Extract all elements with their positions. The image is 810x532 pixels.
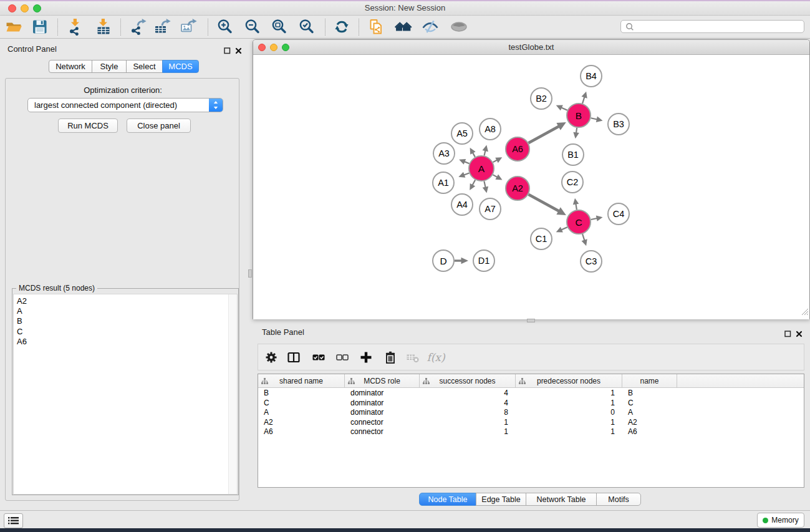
scrollbar-track[interactable] xyxy=(228,294,237,494)
table-cell[interactable]: 1 xyxy=(516,427,622,437)
zoom-selected-icon[interactable] xyxy=(294,16,319,37)
import-network-icon[interactable] xyxy=(63,16,88,37)
table-cell[interactable]: B xyxy=(622,389,677,399)
run-mcds-button[interactable]: Run MCDS xyxy=(58,118,118,133)
save-session-icon[interactable] xyxy=(27,16,52,37)
control-panel-float-icon[interactable] xyxy=(224,46,231,57)
table-cell[interactable]: A6 xyxy=(622,427,677,437)
table-cell[interactable]: A6 xyxy=(258,427,345,437)
show-all-icon[interactable] xyxy=(446,16,471,37)
delete-columns-icon[interactable] xyxy=(379,344,402,370)
select-all-columns-icon[interactable] xyxy=(307,344,330,370)
table-cell[interactable]: C xyxy=(622,399,677,409)
unselect-all-columns-icon[interactable] xyxy=(331,344,354,370)
close-panel-button[interactable]: Close panel xyxy=(127,118,191,133)
refresh-icon[interactable] xyxy=(329,16,354,37)
table-cell[interactable]: 1 xyxy=(516,399,622,409)
gear-icon[interactable] xyxy=(260,344,282,370)
table-cell[interactable]: A xyxy=(622,408,677,418)
table-cell[interactable]: B xyxy=(258,389,345,399)
zoom-window-button[interactable] xyxy=(33,4,41,12)
hide-unselected-icon[interactable] xyxy=(418,16,443,37)
mcds-result-item[interactable]: C xyxy=(17,327,27,337)
column-header-name[interactable]: name xyxy=(622,374,677,388)
zoom-fit-icon[interactable] xyxy=(267,16,292,37)
export-table-icon[interactable] xyxy=(150,16,175,37)
tab-node-table[interactable]: Node Table xyxy=(419,493,476,506)
v-scroll-thumb[interactable] xyxy=(248,269,252,278)
table-cell[interactable]: 1 xyxy=(420,418,516,428)
mcds-result-list[interactable]: A2ABCA6 xyxy=(13,294,238,495)
table-cell[interactable]: connector xyxy=(345,418,420,428)
export-image-icon[interactable] xyxy=(176,16,201,37)
zoom-out-icon[interactable] xyxy=(240,16,265,37)
criterion-dropdown[interactable]: largest connected component (directed) xyxy=(27,98,223,112)
open-session-icon[interactable] xyxy=(1,16,26,37)
tab-motifs[interactable]: Motifs xyxy=(596,493,641,506)
column-header-successor-nodes[interactable]: successor nodes xyxy=(420,374,516,388)
app-titlebar[interactable]: Session: New Session xyxy=(0,1,810,16)
duplicate-network-icon[interactable] xyxy=(364,16,389,37)
table-cell[interactable]: dominator xyxy=(345,389,420,399)
split-columns-icon[interactable] xyxy=(282,344,305,370)
network-window-titlebar[interactable]: testGlobe.txt xyxy=(253,40,809,55)
table-cell[interactable]: 1 xyxy=(516,389,622,399)
tab-style[interactable]: Style xyxy=(92,60,127,73)
minimize-window-button[interactable] xyxy=(21,4,29,12)
tab-network-table[interactable]: Network Table xyxy=(526,493,597,506)
network-canvas[interactable]: B4B2BB3A8A5A6A3B1AA1C2A2A4A7C4CC1C3DD1 xyxy=(253,56,809,319)
table-row[interactable]: A6connector11A6 xyxy=(258,427,804,437)
network-minimize-button[interactable] xyxy=(270,44,277,51)
table-cell[interactable]: 1 xyxy=(516,418,622,428)
resize-grip-icon[interactable] xyxy=(801,307,809,318)
import-table-icon[interactable] xyxy=(91,16,116,37)
home-icon[interactable] xyxy=(391,16,416,37)
table-cell[interactable]: 0 xyxy=(516,408,622,418)
mcds-result-item[interactable]: A xyxy=(17,306,27,316)
tab-network[interactable]: Network xyxy=(49,60,92,73)
table-cell[interactable]: 8 xyxy=(420,408,516,418)
export-network-icon[interactable] xyxy=(126,16,151,37)
column-header-MCDS-role[interactable]: MCDS role xyxy=(345,374,420,388)
add-column-icon[interactable] xyxy=(355,344,377,370)
tab-mcds[interactable]: MCDS xyxy=(162,60,199,73)
close-window-button[interactable] xyxy=(8,4,16,12)
h-scroll-thumb[interactable] xyxy=(527,319,535,322)
control-panel-title: Control Panel xyxy=(7,44,57,54)
tab-edge-table[interactable]: Edge Table xyxy=(476,493,526,506)
tab-select[interactable]: Select xyxy=(126,60,163,73)
table-cell[interactable]: A2 xyxy=(622,418,677,428)
table-cell[interactable]: connector xyxy=(345,427,420,437)
table-cell[interactable]: A xyxy=(258,408,345,418)
table-panel-close-icon[interactable] xyxy=(796,329,803,340)
node-table[interactable]: shared nameMCDS rolesuccessor nodesprede… xyxy=(258,374,804,488)
table-cell[interactable]: 4 xyxy=(420,389,516,399)
control-panel-close-icon[interactable] xyxy=(235,46,242,57)
edge-A2-C[interactable] xyxy=(529,195,560,211)
show-panel-button[interactable] xyxy=(4,513,23,528)
network-close-button[interactable] xyxy=(258,44,266,51)
table-row[interactable]: Adominator80A xyxy=(258,408,804,418)
table-cell[interactable]: dominator xyxy=(345,399,420,409)
mcds-result-item[interactable]: A6 xyxy=(17,337,27,347)
mcds-result-item[interactable]: B xyxy=(17,316,27,326)
network-zoom-button[interactable] xyxy=(282,44,289,51)
search-box[interactable] xyxy=(620,20,804,33)
column-header-predecessor-nodes[interactable]: predecessor nodes xyxy=(516,374,622,388)
zoom-in-icon[interactable] xyxy=(213,16,238,37)
mcds-result-item[interactable]: A2 xyxy=(17,296,27,306)
table-cell[interactable]: 1 xyxy=(420,427,516,437)
toolbar-separator xyxy=(120,19,121,36)
table-cell[interactable]: A2 xyxy=(258,418,345,428)
memory-button[interactable]: Memory xyxy=(757,513,804,528)
table-row[interactable]: A2connector11A2 xyxy=(258,418,804,428)
column-header-shared-name[interactable]: shared name xyxy=(258,374,345,388)
table-cell[interactable]: dominator xyxy=(345,408,420,418)
table-cell[interactable]: C xyxy=(258,399,345,409)
table-row[interactable]: Bdominator41B xyxy=(258,389,804,399)
table-row[interactable]: Cdominator41C xyxy=(258,399,804,409)
search-input[interactable] xyxy=(621,21,804,33)
table-cell[interactable]: 4 xyxy=(420,399,516,409)
table-panel-float-icon[interactable] xyxy=(784,329,791,340)
edge-A6-B[interactable] xyxy=(529,126,560,143)
